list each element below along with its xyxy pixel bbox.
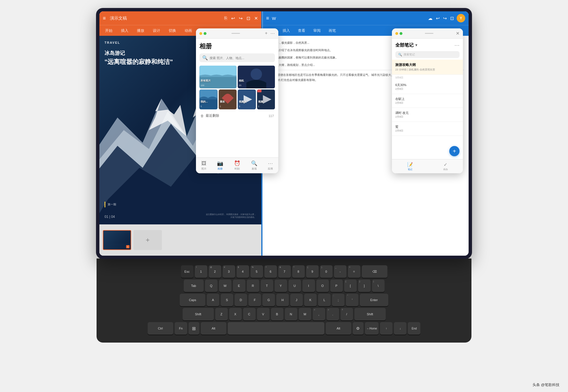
key-t[interactable]: T <box>261 280 273 292</box>
note-item-2[interactable]: 6天30% 2月8日 <box>392 80 463 94</box>
word-menu-icon[interactable]: ≡ <box>266 15 269 21</box>
key-b[interactable]: B <box>271 308 283 320</box>
word-nav-insert[interactable]: 插入 <box>283 28 290 33</box>
slide-thumb-add[interactable]: + <box>133 230 162 250</box>
key-enter[interactable]: Enter <box>360 294 388 306</box>
key-m[interactable]: M <box>299 308 311 320</box>
notes-minimize[interactable] <box>395 32 398 35</box>
word-nav-view[interactable]: 查看 <box>298 28 305 33</box>
note-item-5[interactable]: 鹫 2月8日 <box>392 122 463 136</box>
word-nav-pen[interactable]: 画笔 <box>329 28 336 33</box>
key-a[interactable]: A <box>207 294 219 306</box>
album-video[interactable]: 视频 2 <box>257 89 275 109</box>
redo-icon[interactable]: ↪ <box>239 16 243 21</box>
undo-icon[interactable]: ↩ <box>231 16 235 21</box>
notes-maximize[interactable] <box>400 32 402 35</box>
album-video-folder[interactable]: 视频夹 3 <box>238 89 256 109</box>
nav-photos[interactable]: 🖼 照片 <box>201 160 206 171</box>
key-p[interactable]: P <box>330 280 343 292</box>
nav-albums[interactable]: 📷 相册 <box>217 160 223 171</box>
pres-nav-play[interactable]: 播放 <box>137 28 144 33</box>
key-lbracket[interactable]: {[ <box>344 280 357 292</box>
key-caps[interactable]: Caps <box>180 294 205 306</box>
key-arrow-left[interactable]: ←Home <box>365 322 379 335</box>
panel-notes[interactable]: ✕ 全部笔记 ▼ ⋯ 🔍 搜索笔记 <box>392 28 463 173</box>
note-item-3[interactable]: 在駅上 2月8日 <box>392 94 463 108</box>
key-j[interactable]: J <box>290 294 303 306</box>
key-1[interactable]: !1 <box>195 265 207 278</box>
notes-search-bar[interactable]: 🔍 搜索笔记 <box>395 51 460 58</box>
note-item-4[interactable]: 调时 改元 2月8日 <box>392 108 463 122</box>
nav-app[interactable]: ⋯ 应用 <box>268 160 273 171</box>
key-space[interactable] <box>228 322 324 335</box>
key-3[interactable]: #3 <box>223 265 235 278</box>
album-camera[interactable]: 相机 95 <box>238 66 275 88</box>
cloud-icon[interactable]: ☁ <box>428 16 433 21</box>
save-icon[interactable]: ⎘ <box>224 16 227 21</box>
pres-nav-switch[interactable]: 切换 <box>169 28 176 33</box>
notes-close-icon[interactable]: ✕ <box>456 31 460 36</box>
key-y[interactable]: Y <box>275 280 287 292</box>
key-rbracket[interactable]: }] <box>358 280 371 292</box>
album-liked[interactable]: 喜欢 2 <box>219 89 237 109</box>
panel-photos[interactable]: + ⋯ 相册 🔍 <box>196 28 278 173</box>
word-export-icon[interactable]: ⊡ <box>450 16 454 21</box>
key-v[interactable]: V <box>257 308 270 320</box>
key-fn[interactable]: Fn <box>175 322 187 335</box>
key-f[interactable]: F <box>248 294 261 306</box>
add-icon[interactable]: + <box>265 31 268 36</box>
key-ctrl[interactable]: Ctrl <box>148 322 173 335</box>
notes-more-icon[interactable]: ⋯ <box>454 42 460 48</box>
pres-nav-start[interactable]: 开始 <box>105 28 112 33</box>
key-slash[interactable]: ?/ <box>341 308 353 320</box>
key-tab[interactable]: Tab <box>184 280 204 292</box>
word-nav-review[interactable]: 审阅 <box>313 28 321 33</box>
key-8[interactable]: *8 <box>292 265 305 278</box>
key-backslash[interactable]: |\ <box>372 280 385 292</box>
nav-moments[interactable]: ⏰ 时刻 <box>234 160 240 171</box>
key-k[interactable]: K <box>304 294 317 306</box>
photos-search-input[interactable] <box>210 56 272 60</box>
panel-drag-handle[interactable] <box>209 33 263 34</box>
nav-discover[interactable]: 🔍 发现 <box>251 160 257 171</box>
key-c[interactable]: C <box>243 308 256 320</box>
key-7[interactable]: &7 <box>278 265 291 278</box>
key-arrow-up[interactable]: ↑ <box>380 322 392 335</box>
key-minus[interactable]: _- <box>334 265 346 278</box>
key-ralt[interactable]: Alt <box>326 322 351 335</box>
key-o[interactable]: O <box>316 280 329 292</box>
key-lalt[interactable]: Alt <box>201 322 226 335</box>
notes-nav-todo[interactable]: ✓ 待办 <box>443 162 448 171</box>
key-4[interactable]: $4 <box>237 265 249 278</box>
key-z[interactable]: Z <box>215 308 228 320</box>
key-5[interactable]: %5 <box>250 265 263 278</box>
notes-nav-notes[interactable]: 📝 笔记 <box>407 162 413 171</box>
key-6[interactable]: ^6 <box>264 265 277 278</box>
export-icon[interactable]: ⊡ <box>247 16 250 21</box>
key-settings[interactable]: ⚙ <box>353 322 364 335</box>
key-equals[interactable]: += <box>348 265 360 278</box>
note-item-1[interactable]: 旅游攻略大纲 23 分钟前 | 游机属性-自然景照欣赏 <box>392 60 463 75</box>
key-g[interactable]: G <box>262 294 275 306</box>
notes-drag-handle[interactable] <box>404 33 454 34</box>
key-s[interactable]: S <box>221 294 233 306</box>
key-arrow-right[interactable]: End <box>408 322 420 335</box>
key-n[interactable]: N <box>285 308 297 320</box>
key-arrow-down[interactable]: ↓ <box>394 322 406 335</box>
minimize-button[interactable] <box>199 32 202 35</box>
key-rshift[interactable]: Shift <box>354 308 386 320</box>
key-2[interactable]: @2 <box>209 265 221 278</box>
recently-deleted[interactable]: 🗑 最近删除 117 <box>199 110 275 118</box>
key-u[interactable]: U <box>289 280 301 292</box>
key-quote[interactable]: "' <box>346 294 358 306</box>
notes-fab[interactable]: + <box>449 146 460 156</box>
album-all-photos[interactable]: 所有照片 100 <box>199 66 237 88</box>
album-mine[interactable]: 我的... 5 <box>199 89 218 109</box>
key-0[interactable]: )0 <box>320 265 333 278</box>
pres-nav-design[interactable]: 设计 <box>153 28 160 33</box>
key-x[interactable]: X <box>229 308 242 320</box>
close-icon[interactable]: ✕ <box>254 16 258 21</box>
pres-nav-insert[interactable]: 插入 <box>121 28 128 33</box>
key-r[interactable]: R <box>247 280 259 292</box>
word-undo-icon[interactable]: ↩ <box>436 16 440 21</box>
